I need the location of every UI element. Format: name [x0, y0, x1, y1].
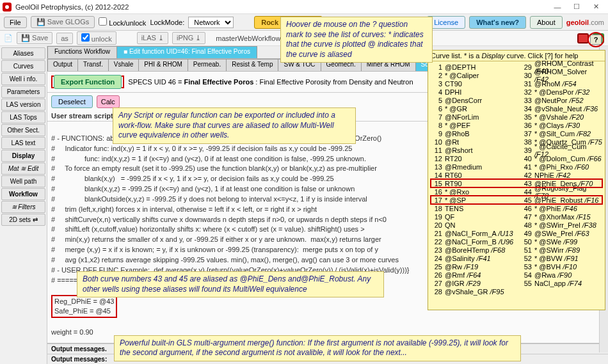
red-close-icon[interactable] — [577, 33, 589, 44]
specs-label: SPECS UID 46 = Final Effective Poros : F… — [128, 78, 413, 86]
sidebar-item-mat-edit[interactable]: Mat ≋ Edit — [1, 162, 45, 175]
window-title: GeolOil Petrophysics, (c) 2012-2022 — [15, 3, 129, 11]
sidebar-item-well-path[interactable]: Well path — [1, 175, 45, 187]
subtab-vshale[interactable]: Vshale — [108, 59, 140, 71]
maximize-button[interactable]: ☐ — [567, 1, 586, 13]
deselect-button[interactable]: Deselect — [51, 95, 93, 108]
curve-row[interactable]: 22@NaCl_Form_B /U9650* @SWe /F99 — [431, 237, 602, 246]
tab-functions-workflow[interactable]: Functions Workflow — [47, 46, 117, 58]
curve-row[interactable]: 24@Salinity /F4152* @BVW /F91 — [431, 254, 602, 262]
weight-line: weight = 0.90 — [51, 328, 93, 336]
curve-row[interactable]: 21@NaCl_Form_A /U1349 @SWe_Prel /F63 — [431, 229, 602, 237]
sidebar-item-well-i-nfo-[interactable]: Well i nfo. — [1, 73, 45, 85]
subtab-resist-temp[interactable]: Resist & Temp — [226, 59, 278, 71]
curve-row[interactable]: 13@Rmedium41* @Phi_Rxo /F60 — [431, 162, 602, 171]
curve-row[interactable]: 17* @SP45@PhiE_Robust /F16 — [431, 196, 602, 204]
ilas-button[interactable]: iLAS ⤓ — [137, 32, 168, 44]
doc-icon[interactable]: 📄 — [4, 34, 13, 42]
curve-row[interactable]: 14 RT6042 NPhiE /F42 — [431, 171, 602, 179]
sidebar-item--filters[interactable]: ≋ Filters — [1, 201, 45, 213]
sidebar-item-curves[interactable]: Curves — [1, 60, 45, 72]
save-as-button[interactable]: as — [56, 33, 73, 44]
app-logo-icon — [3, 3, 12, 12]
about-button[interactable]: About — [530, 16, 563, 29]
curve-row[interactable]: 23@BoreHTemp /F6851* @SWirr /F89 — [431, 246, 602, 254]
sidebar-item-other-sect-[interactable]: Other Sect. — [1, 124, 45, 136]
whats-new-button[interactable]: What's new? — [469, 16, 526, 29]
left-sidebar: AliasesCurvesWell i nfo.ParametersLAS ve… — [0, 46, 47, 364]
sidebar-item-display[interactable]: Display — [1, 150, 45, 162]
curve-row[interactable]: 20 QN48* @SWirr_Prel /F38 — [431, 221, 602, 229]
export-function-button[interactable]: Export Function — [54, 75, 122, 89]
tooltip-curve-aliases: Both curve numbers 43 and 45 are aliased… — [77, 271, 384, 297]
curve-row[interactable]: 12 RT2040* @Dolom_Cum /F66 — [431, 154, 602, 162]
minimize-button[interactable]: — — [548, 1, 567, 13]
lockmode-select[interactable]: Network — [188, 17, 234, 28]
help-question-button[interactable]: ? — [590, 35, 602, 45]
export-highlight: Export Function — [51, 75, 124, 88]
curve-row[interactable]: 27@IGR /F2955 NaCl_app /F74 — [431, 279, 602, 287]
subtab-transf-[interactable]: Transf. — [77, 59, 109, 71]
tooltip-merge-function: Powerful built-in GLS multi-argument mer… — [114, 335, 521, 361]
curve-row[interactable]: 6* @GR34@vShale_Neut /F36 — [431, 104, 602, 113]
curve-row[interactable]: 3 CT9031@RhoM /F54 — [431, 79, 602, 88]
curve-row[interactable]: 28@vShale_GR /F95 — [431, 287, 602, 296]
curve-row[interactable]: 2* @Caliper30@RHOM_Solver /F42 — [431, 71, 602, 79]
curve-list-panel: Curve list. * is a Display curve. Click … — [428, 50, 605, 310]
calc-button[interactable]: Calc — [97, 95, 120, 108]
close-button[interactable]: ✕ — [586, 1, 605, 13]
sidebar-item-las-version[interactable]: LAS version — [1, 99, 45, 111]
curve-row[interactable]: 11@Rshort39* @Calcite_Cum /F12 — [431, 146, 602, 154]
subtab-phi-rhom[interactable]: PHI & RHOM — [138, 59, 188, 71]
tab-edit-function-uid-final-effective-poros[interactable]: ■ Edit function UID=46: Final Effective … — [116, 46, 257, 58]
curve-row[interactable]: 5@DensCorr33@NeutPor /F52 — [431, 96, 602, 104]
curve-row[interactable]: 7@NForLim35* @Vshale /F20 — [431, 113, 602, 121]
sidebar-item-las-text[interactable]: LAS text — [1, 137, 45, 149]
brand-logo: geoloil.com — [566, 19, 604, 26]
tooltip-export-script: Any Script or regular function can be ex… — [113, 107, 356, 144]
subtab-output[interactable]: Output — [47, 59, 78, 71]
curve-row[interactable]: 16* @Rxo44@Rugosity_Flag /F78 — [431, 187, 602, 196]
curve-row[interactable]: 19 QF47* @XhorMax /F15 — [431, 212, 602, 221]
curve-row[interactable]: 8* @PEF36* @Clays /F30 — [431, 121, 602, 129]
license-button[interactable]: License — [427, 16, 465, 29]
save-glogs-button[interactable]: 💾 Save GLOGs — [31, 16, 95, 28]
subtab-permeab-[interactable]: Permeab. — [188, 59, 227, 71]
curve-row[interactable]: 9@RhoB37* @Silt_Cum /F82 — [431, 129, 602, 138]
sidebar-item-las-tops[interactable]: LAS Tops — [1, 111, 45, 123]
curve-row[interactable]: 4 DPHI32* @DensPor /F32 — [431, 88, 602, 96]
lockunlock-checkbox[interactable]: Lock/unlock — [99, 17, 146, 27]
ipng-button[interactable]: iPNG ⤓ — [172, 32, 205, 44]
lockmode-label: LockMode: — [150, 19, 184, 26]
unlock-checkbox[interactable]: unlock — [77, 31, 116, 45]
curve-row[interactable]: 26@Rmf /F6454@Rwa /F90 — [431, 271, 602, 279]
sidebar-item-parameters[interactable]: Parameters — [1, 86, 45, 98]
titlebar: GeolOil Petrophysics, (c) 2012-2022 — ☐ … — [0, 0, 608, 14]
alias-assignments-highlight: Reg_DPhiE = @43 Safe_PhiE = @45 — [51, 295, 117, 318]
curve-row[interactable]: 25@Rw /F1953* @BVH /F10 — [431, 262, 602, 271]
save-button[interactable]: 💾 Save — [17, 32, 52, 44]
file-menu[interactable]: File — [4, 17, 27, 28]
sidebar-item-aliases[interactable]: Aliases — [1, 47, 45, 59]
curve-row[interactable]: 18 TENS46* @PhiE /F46 — [431, 204, 602, 212]
help-comment-block: # - FUNCTIONS: abs(), exp(), ln(), log10… — [51, 134, 410, 284]
sidebar-item--d-sets-[interactable]: 2D sets ⇄ — [1, 214, 45, 226]
sidebar-item-workflow[interactable]: Workflow — [1, 188, 45, 200]
tooltip-hover-question: Hoover de mouse on the ? question mark t… — [280, 17, 433, 63]
